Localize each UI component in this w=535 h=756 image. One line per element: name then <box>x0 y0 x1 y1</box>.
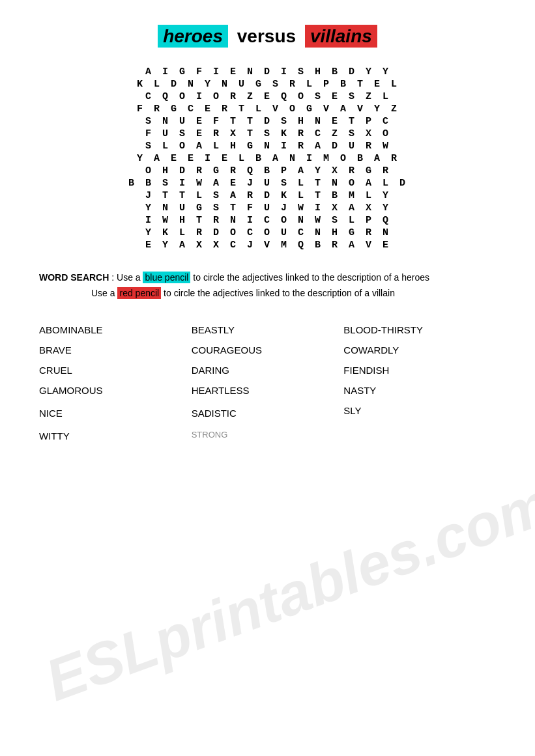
grid-cell: N <box>217 79 234 90</box>
grid-cell: W <box>310 215 327 226</box>
grid-cell: N <box>158 203 175 214</box>
grid-cell: E <box>217 153 234 164</box>
grid-cell: G <box>242 141 259 152</box>
grid-cell: Y <box>369 104 386 115</box>
grid-cell: R <box>225 91 242 102</box>
grid-cell: S <box>141 141 158 152</box>
grid-cell: S <box>259 128 276 139</box>
word-list: ABOMINABLEBRAVECRUELGLAMOROUSNICEWITTY B… <box>39 321 496 445</box>
grid-cell: U <box>234 79 251 90</box>
grid-cell: A <box>225 190 242 201</box>
grid-cell: O <box>378 128 395 139</box>
grid-cell: F <box>141 128 158 139</box>
word-item: NICE <box>39 404 192 422</box>
grid-cell: N <box>310 116 327 127</box>
grid-cell: S <box>344 91 361 102</box>
grid-cell: B <box>124 178 141 189</box>
grid-cell: A <box>361 178 378 189</box>
grid-cell: R <box>386 153 403 164</box>
grid-cell: I <box>310 203 327 214</box>
grid-cell: L <box>149 79 166 90</box>
grid-cell: A <box>268 153 285 164</box>
grid-cell: I <box>200 153 217 164</box>
grid-cell: L <box>175 227 192 238</box>
grid-cell: S <box>268 79 285 90</box>
grid-cell: R <box>361 227 378 238</box>
grid-cell: E <box>225 66 242 77</box>
grid-cell: T <box>234 104 251 115</box>
grid-cell: X <box>327 203 344 214</box>
grid-cell: S <box>276 178 293 189</box>
grid-cell: I <box>209 66 225 77</box>
grid-cell: L <box>158 141 175 152</box>
grid-cell: F <box>242 203 259 214</box>
grid-cell: L <box>344 215 361 226</box>
grid-cell: T <box>344 116 361 127</box>
grid-cell: J <box>242 178 259 189</box>
grid-cell: V <box>353 104 369 115</box>
grid-cell: M <box>276 240 293 251</box>
word-col-1: ABOMINABLEBRAVECRUELGLAMOROUSNICEWITTY <box>39 321 192 445</box>
grid-cell: N <box>259 141 276 152</box>
grid-cell: U <box>259 203 276 214</box>
grid-cell: O <box>175 91 192 102</box>
grid-cell: X <box>361 203 378 214</box>
grid-cell: V <box>259 240 276 251</box>
grid-cell: U <box>175 203 192 214</box>
grid-cell: I <box>141 215 158 226</box>
grid-cell: R <box>344 165 361 176</box>
grid-cell: N <box>225 215 242 226</box>
grid-cell: A <box>344 240 361 251</box>
grid-cell: T <box>353 79 369 90</box>
grid-cell: Q <box>293 240 310 251</box>
grid-cell: H <box>310 66 327 77</box>
grid-cell: X <box>361 128 378 139</box>
word-item: SADISTIC <box>192 404 344 422</box>
grid-cell: Y <box>141 227 158 238</box>
grid-cell: M <box>319 153 336 164</box>
grid-cell: R <box>225 165 242 176</box>
grid-cell: F <box>192 66 209 77</box>
red-pencil-label: red pencil <box>117 287 161 299</box>
word-search-grid: AIGFIENDISHBDYYKLDNYNUGSRLPBTELCQOIORZEQ… <box>39 66 496 251</box>
word-item: NASTY <box>343 382 496 399</box>
grid-cell: U <box>276 227 293 238</box>
grid-cell: G <box>166 104 183 115</box>
grid-cell: W <box>158 215 175 226</box>
grid-cell: Q <box>378 215 395 226</box>
grid-cell: T <box>242 128 259 139</box>
grid-cell: I <box>276 66 293 77</box>
grid-cell: H <box>175 215 192 226</box>
grid-cell: S <box>175 128 192 139</box>
grid-cell: R <box>192 227 209 238</box>
word-col-3: BLOOD-THIRSTYCOWARDLYFIENDISHNASTYSLY <box>343 321 496 445</box>
grid-cell: A <box>344 203 361 214</box>
grid-cell: W <box>192 178 209 189</box>
line2-start: Use a <box>91 288 117 298</box>
grid-cell: L <box>234 153 251 164</box>
grid-cell: I <box>192 91 209 102</box>
grid-cell: T <box>225 116 242 127</box>
title-heroes: heroes <box>158 25 228 48</box>
grid-cell: A <box>141 66 158 77</box>
grid-cell: Y <box>132 153 149 164</box>
grid-cell: Q <box>242 165 259 176</box>
grid-row: EYAXXCJVMQBRAVE <box>39 240 496 251</box>
grid-cell: D <box>259 190 276 201</box>
blue-pencil-label: blue pencil <box>143 272 190 283</box>
grid-cell: N <box>327 178 344 189</box>
grid-cell: R <box>217 104 234 115</box>
grid-row: IWHTRNICONWSLPQ <box>39 215 496 226</box>
grid-cell: G <box>175 66 192 77</box>
grid-cell: V <box>319 104 336 115</box>
grid-cell: G <box>251 79 268 90</box>
grid-cell: R <box>378 165 395 176</box>
grid-cell: O <box>276 215 293 226</box>
grid-cell: J <box>242 240 259 251</box>
grid-cell: L <box>386 79 403 90</box>
grid-cell: C <box>183 104 200 115</box>
grid-cell: S <box>158 178 175 189</box>
grid-cell: Y <box>378 66 395 77</box>
grid-cell: A <box>336 104 353 115</box>
grid-row: SLOALHGNIRADURW <box>39 141 496 152</box>
